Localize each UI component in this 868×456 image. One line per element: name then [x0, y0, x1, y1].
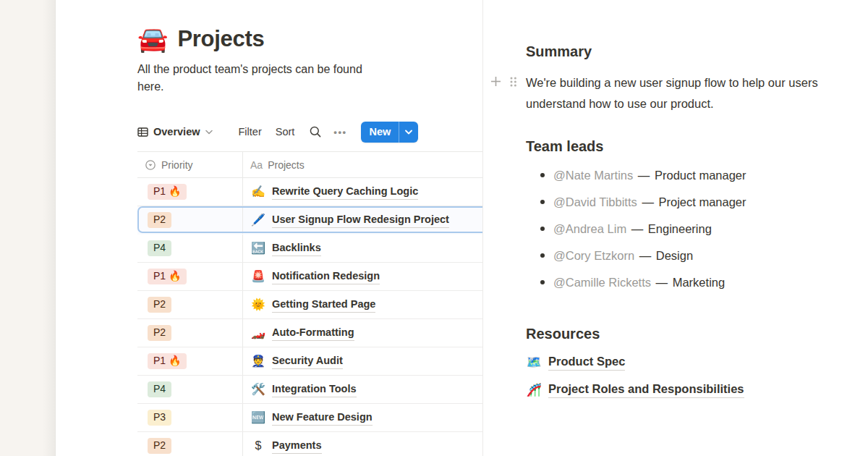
project-icon: ✍️: [251, 186, 265, 198]
resource-page-link[interactable]: 🗺️Product Spec: [526, 353, 868, 371]
priority-cell[interactable]: P4: [137, 235, 243, 262]
summary-text[interactable]: We're building a new user signup flow to…: [526, 72, 868, 114]
resource-title[interactable]: Product Spec: [548, 353, 625, 371]
priority-badge: P4: [148, 381, 171, 397]
priority-column-header[interactable]: Priority: [137, 152, 243, 177]
project-title-link[interactable]: User Signup Flow Redesign Project: [272, 212, 449, 228]
table-row[interactable]: P2🏎️Auto-Formatting: [137, 319, 482, 347]
project-cell[interactable]: ✍️Rewrite Query Caching Logic: [243, 178, 482, 206]
em-dash: —: [628, 222, 647, 235]
table-row[interactable]: P3🆕New Feature Design: [137, 404, 482, 432]
person-role: Engineering: [648, 222, 712, 235]
project-title-link[interactable]: Payments: [272, 438, 322, 454]
chevron-down-icon: [205, 130, 213, 135]
person-mention[interactable]: @Cory Etzkorn: [553, 249, 634, 262]
person-mention[interactable]: @Camille Ricketts: [553, 276, 651, 289]
project-cell[interactable]: 🛠️Integration Tools: [243, 376, 482, 403]
table-row[interactable]: P1 🔥👮Security Audit: [137, 347, 482, 376]
priority-badge: P2: [148, 212, 171, 228]
team-leads-list: @Nate Martins — Product manager@David Ti…: [526, 166, 868, 291]
em-dash: —: [652, 276, 671, 289]
project-cell[interactable]: 🆕New Feature Design: [243, 404, 482, 431]
resource-title[interactable]: Project Roles and Responsibilities: [548, 381, 744, 398]
table-row[interactable]: P2🖊️User Signup Flow Redesign Project: [137, 206, 482, 235]
resource-page-link[interactable]: 🎢Project Roles and Responsibilities: [526, 381, 868, 398]
table-row[interactable]: P1 🔥🚨Notification Redesign: [137, 263, 482, 291]
page-peek-panel: Summary We're building a new user signup…: [482, 0, 868, 456]
page-icon-car[interactable]: 🚘: [137, 27, 168, 51]
priority-cell[interactable]: P1 🔥: [137, 263, 243, 290]
project-cell[interactable]: 👮Security Audit: [243, 347, 482, 375]
priority-cell[interactable]: P1 🔥: [137, 347, 243, 375]
priority-badge: P3: [148, 410, 171, 426]
table-row[interactable]: P2🌞Getting Started Page: [137, 291, 482, 319]
workspace-sidebar-sliver[interactable]: [0, 0, 56, 456]
project-title-link[interactable]: Notification Redesign: [272, 269, 380, 284]
person-mention[interactable]: @Andrea Lim: [553, 222, 626, 235]
summary-paragraph-block: We're building a new user signup flow to…: [526, 72, 868, 114]
search-icon[interactable]: [309, 125, 322, 138]
priority-badge: P1 🔥: [148, 269, 187, 284]
project-cell[interactable]: $Payments: [243, 432, 482, 456]
block-controls: [490, 75, 517, 88]
view-switcher[interactable]: Overview: [137, 126, 213, 138]
priority-badge: P1 🔥: [148, 353, 187, 369]
project-cell[interactable]: 🖊️User Signup Flow Redesign Project: [243, 206, 482, 234]
priority-cell[interactable]: P2: [137, 432, 243, 456]
project-title-link[interactable]: Integration Tools: [272, 381, 357, 397]
table-row[interactable]: P4🛠️Integration Tools: [137, 376, 482, 404]
project-title-link[interactable]: Rewrite Query Caching Logic: [272, 184, 418, 200]
table-row[interactable]: P2$Payments: [137, 432, 482, 456]
project-title-link[interactable]: Backlinks: [272, 240, 321, 256]
priority-cell[interactable]: P1 🔥: [137, 178, 243, 206]
project-title-link[interactable]: New Feature Design: [272, 410, 373, 426]
project-title-link[interactable]: Security Audit: [272, 353, 343, 369]
add-block-icon[interactable]: [490, 75, 502, 88]
person-role: Product manager: [655, 169, 746, 182]
team-lead-item: @Cory Etzkorn — Design: [526, 247, 868, 264]
sort-button[interactable]: Sort: [276, 126, 295, 138]
team-leads-heading: Team leads: [526, 137, 868, 156]
project-title-link[interactable]: Getting Started Page: [272, 297, 375, 313]
new-button-label[interactable]: New: [361, 122, 399, 143]
priority-badge: P2: [148, 325, 171, 341]
select-property-icon: [145, 159, 156, 171]
project-cell[interactable]: 🔙Backlinks: [243, 235, 482, 262]
drag-handle-icon[interactable]: [509, 76, 517, 88]
resource-icon: 🎢: [526, 384, 542, 396]
person-mention[interactable]: @Nate Martins: [553, 169, 633, 182]
table-row[interactable]: P1 🔥✍️Rewrite Query Caching Logic: [137, 178, 482, 206]
project-icon: 🌞: [251, 299, 265, 311]
page-description: All the product team's projects can be f…: [137, 61, 391, 96]
new-button-dropdown[interactable]: [399, 122, 418, 143]
project-cell[interactable]: 🏎️Auto-Formatting: [243, 319, 482, 347]
priority-cell[interactable]: P2: [137, 206, 243, 234]
priority-cell[interactable]: P4: [137, 376, 243, 403]
table-row[interactable]: P4🔙Backlinks: [137, 235, 482, 263]
team-lead-item: @Nate Martins — Product manager: [526, 166, 868, 184]
project-title-link[interactable]: Auto-Formatting: [272, 325, 354, 341]
table-header-row: Priority Aa Projects: [137, 151, 482, 178]
resource-icon: 🗺️: [526, 356, 542, 368]
projects-column-header[interactable]: Aa Projects: [243, 152, 482, 177]
project-cell[interactable]: 🌞Getting Started Page: [243, 291, 482, 318]
project-icon: $: [251, 440, 265, 452]
priority-cell[interactable]: P3: [137, 404, 243, 431]
filter-button[interactable]: Filter: [239, 126, 262, 138]
person-mention[interactable]: @David Tibbitts: [553, 195, 637, 208]
summary-heading: Summary: [526, 42, 868, 61]
projects-column-label: Projects: [268, 159, 305, 171]
priority-badge: P2: [148, 297, 171, 313]
page-title: Projects: [177, 26, 264, 52]
table-view-icon: [137, 127, 148, 138]
project-cell[interactable]: 🚨Notification Redesign: [243, 263, 482, 290]
priority-cell[interactable]: P2: [137, 291, 243, 318]
em-dash: —: [639, 195, 658, 208]
project-icon: 🖊️: [251, 214, 265, 226]
new-button[interactable]: New: [361, 122, 418, 143]
more-options-icon[interactable]: •••: [333, 127, 346, 138]
page-header: 🚘 Projects All the product team's projec…: [137, 26, 441, 96]
em-dash: —: [636, 249, 655, 262]
priority-cell[interactable]: P2: [137, 319, 243, 347]
team-lead-item: @Camille Ricketts — Marketing: [526, 274, 868, 291]
